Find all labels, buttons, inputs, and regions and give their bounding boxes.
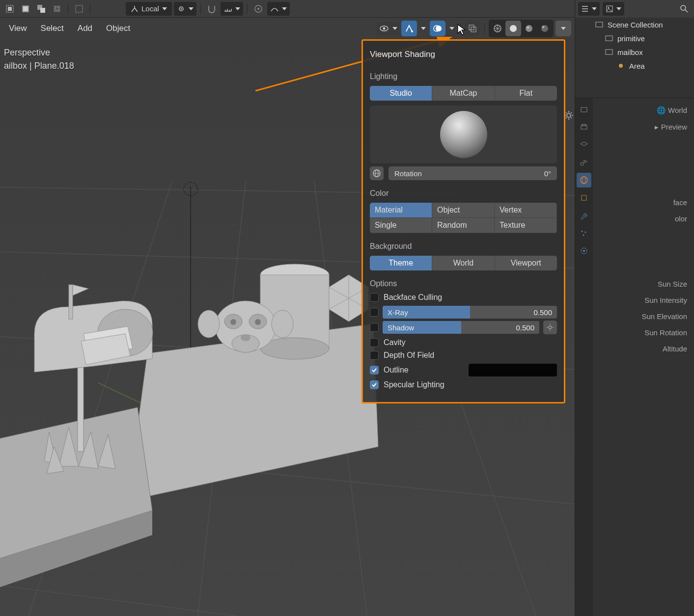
color-single[interactable]: Single <box>370 218 432 233</box>
collection-icon <box>605 48 613 56</box>
svg-point-106 <box>583 177 585 184</box>
svg-rect-3 <box>23 6 28 11</box>
color-random[interactable]: Random <box>432 218 495 233</box>
snap-toggle-icon[interactable] <box>205 2 219 16</box>
svg-rect-57 <box>69 285 73 319</box>
lighting-matcap[interactable]: MatCap <box>432 86 495 101</box>
outline-color-swatch[interactable] <box>469 364 557 376</box>
lighting-flat[interactable]: Flat <box>495 86 557 101</box>
preview-panel[interactable]: ▸ Preview <box>593 119 694 135</box>
sun-size-field[interactable]: Sun Size <box>593 276 694 292</box>
background-segment: Theme World Viewport <box>370 256 557 270</box>
shading-wireframe[interactable] <box>490 21 505 36</box>
svg-point-72 <box>255 319 261 325</box>
lighting-heading: Lighting <box>370 72 557 81</box>
chevron-down-icon <box>561 27 566 30</box>
rotation-field[interactable]: Rotation 0° <box>389 166 557 180</box>
list-icon <box>581 5 589 13</box>
xray-toggle[interactable] <box>465 21 480 36</box>
chevron-down-icon[interactable] <box>421 27 426 30</box>
color-vertex[interactable]: Vertex <box>495 203 557 218</box>
select-box-icon[interactable] <box>19 2 32 16</box>
color-texture[interactable]: Texture <box>495 218 557 233</box>
svg-rect-1 <box>8 7 12 11</box>
select-menu[interactable]: Select <box>35 21 70 36</box>
xray-label: X-Ray <box>388 308 408 317</box>
outliner-display-dropdown[interactable] <box>578 2 600 16</box>
sun-rotation-field[interactable]: Sun Rotation <box>593 324 694 341</box>
svg-line-96 <box>685 10 688 12</box>
outline-label: Outline <box>384 366 409 375</box>
gizmos-toggle[interactable] <box>401 21 417 36</box>
visibility-dropdown[interactable] <box>377 22 399 35</box>
svg-rect-97 <box>596 22 603 27</box>
svg-point-24 <box>541 25 548 32</box>
backface-checkbox[interactable] <box>370 293 379 302</box>
svg-point-110 <box>583 235 584 236</box>
chevron-down-icon <box>616 7 621 10</box>
select-all-icon[interactable] <box>3 2 17 16</box>
specular-checkbox[interactable] <box>370 380 379 389</box>
tab-output[interactable] <box>577 120 591 134</box>
svg-rect-8 <box>76 5 83 12</box>
shading-material[interactable] <box>521 21 537 36</box>
tab-scene[interactable] <box>577 155 591 170</box>
orientation-dropdown[interactable]: Local <box>126 2 172 16</box>
xray-slider[interactable]: X-Ray 0.500 <box>383 306 557 319</box>
popup-title: Viewport Shading <box>370 50 557 59</box>
tab-viewlayer[interactable] <box>577 137 591 152</box>
snap-dropdown[interactable] <box>221 2 243 16</box>
tab-particles[interactable] <box>577 226 591 241</box>
tab-world[interactable] <box>577 173 591 187</box>
add-menu[interactable]: Add <box>72 21 98 36</box>
view-menu[interactable]: View <box>3 21 33 36</box>
dof-checkbox[interactable] <box>370 351 379 360</box>
pivot-dropdown[interactable] <box>174 2 196 16</box>
outliner-item[interactable]: Area <box>575 59 694 73</box>
outliner-item[interactable]: mailbox <box>575 45 694 59</box>
proportional-edit-icon[interactable] <box>251 2 265 16</box>
shading-solid[interactable] <box>505 21 521 36</box>
chevron-down-icon <box>282 7 287 10</box>
outliner-filter-dropdown[interactable] <box>603 2 624 16</box>
viewport-info-overlay: Perspective ailbox | Plane.018 <box>4 46 74 73</box>
overlays-toggle[interactable] <box>430 21 445 36</box>
right-sidebar: Scene Collection primitive mailbox Area <box>575 0 694 616</box>
tab-render[interactable] <box>577 102 591 117</box>
sun-intensity-field[interactable]: Sun Intensity <box>593 292 694 308</box>
chevron-down-icon[interactable] <box>449 27 454 30</box>
gizmo-icon <box>404 24 414 33</box>
color-material[interactable]: Material <box>370 203 432 218</box>
sun-elevation-field[interactable]: Sun Elevation <box>593 308 694 324</box>
studio-light-preview[interactable] <box>370 106 557 163</box>
select-visible-icon[interactable] <box>72 2 86 16</box>
shadow-slider[interactable]: Shadow 0.500 <box>383 321 539 334</box>
shading-rendered[interactable] <box>537 21 553 36</box>
select-intersect-icon[interactable] <box>34 2 48 16</box>
outliner-item[interactable]: primitive <box>575 31 694 45</box>
bg-theme[interactable]: Theme <box>370 256 432 270</box>
tab-physics[interactable] <box>577 243 591 258</box>
studio-light-settings[interactable] <box>564 110 574 122</box>
world-datablock[interactable]: 🌐 World <box>593 102 694 119</box>
world-space-toggle[interactable] <box>370 166 384 180</box>
bg-world[interactable]: World <box>432 256 495 270</box>
falloff-dropdown[interactable] <box>267 2 290 16</box>
shading-dropdown-toggle[interactable] <box>555 21 571 36</box>
lighting-studio[interactable]: Studio <box>370 86 432 101</box>
tab-modifiers[interactable] <box>577 208 591 223</box>
shadow-checkbox[interactable] <box>370 323 379 332</box>
check-icon <box>371 382 377 388</box>
tab-object[interactable] <box>577 190 591 205</box>
object-menu[interactable]: Object <box>100 21 136 36</box>
bg-viewport[interactable]: Viewport <box>495 256 557 270</box>
shadow-settings[interactable] <box>543 321 557 334</box>
outliner-root[interactable]: Scene Collection <box>575 18 694 31</box>
altitude-field[interactable]: Altitude <box>593 341 694 357</box>
select-invert-icon[interactable] <box>50 2 64 16</box>
cavity-checkbox[interactable] <box>370 338 379 347</box>
outline-checkbox[interactable] <box>370 366 379 375</box>
color-object[interactable]: Object <box>432 203 495 218</box>
xray-checkbox[interactable] <box>370 308 379 317</box>
outliner-search[interactable] <box>677 2 691 16</box>
